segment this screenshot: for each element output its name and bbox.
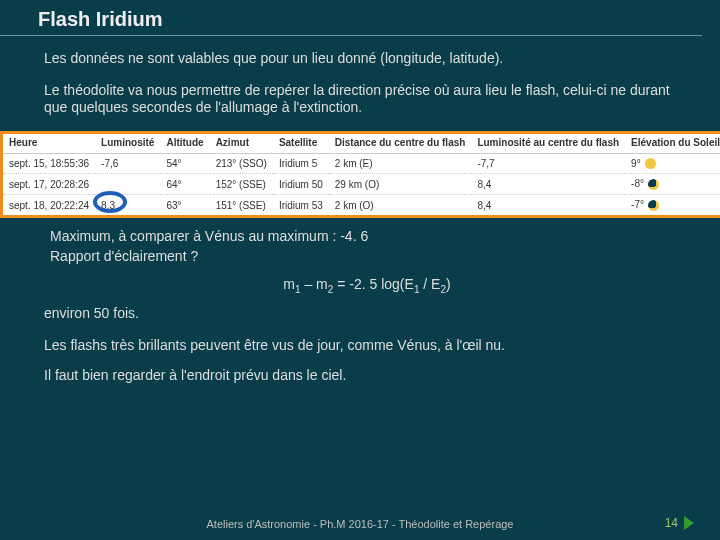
data-table-container: Heure Luminosité Altitude Azimut Satelli…	[0, 131, 720, 219]
f-end: )	[446, 276, 451, 292]
moon-icon	[648, 200, 659, 211]
cell-az: 151° (SSE)	[210, 195, 273, 215]
col-heure: Heure	[3, 134, 95, 154]
cell-alt: 64°	[160, 174, 209, 195]
rapport-line: Rapport d'éclairement ?	[50, 248, 684, 268]
col-alt: Altitude	[160, 134, 209, 154]
table-row: sept. 18, 20:22:24 8,3 63° 151° (SSE) Ir…	[3, 195, 720, 215]
cell-az: 213° (SSO)	[210, 153, 273, 174]
flashday-line: Les flashs très brillants peuvent être v…	[44, 325, 684, 357]
max-line: Maximum, à comparer à Vénus au maximum :…	[50, 228, 684, 248]
env50-line: environ 50 fois.	[44, 305, 684, 325]
highlight-circle	[93, 191, 127, 213]
cell-lum-highlighted: 8,3	[95, 195, 160, 215]
sun-icon	[645, 158, 656, 169]
cell-lumc: 8,4	[471, 195, 625, 215]
cell-heure: sept. 18, 20:22:24	[3, 195, 95, 215]
cell-sat: Iridium 5	[273, 153, 329, 174]
elev-value: -8°	[631, 178, 644, 189]
intro-paragraph-1: Les données ne sont valables que pour un…	[0, 50, 720, 82]
cell-alt: 63°	[160, 195, 209, 215]
flash-table: Heure Luminosité Altitude Azimut Satelli…	[3, 134, 720, 216]
f-div: / E	[419, 276, 440, 292]
intro-paragraph-2: Le théodolite va nous permettre de repér…	[0, 82, 720, 131]
elev-value: -7°	[631, 199, 644, 210]
f-eq: = -2. 5 log(E	[333, 276, 414, 292]
page-number: 14	[665, 516, 678, 530]
elev-value: 9°	[631, 158, 641, 169]
col-lum: Luminosité	[95, 134, 160, 154]
cell-heure: sept. 15, 18:55:36	[3, 153, 95, 174]
lookup-line: Il faut bien regarder à l'endroit prévu …	[44, 357, 684, 387]
page-number-area: 14	[665, 516, 694, 530]
col-az: Azimut	[210, 134, 273, 154]
cell-lumc: 8,4	[471, 174, 625, 195]
cell-dist: 2 km (E)	[329, 153, 472, 174]
col-dist: Distance du centre du flash	[329, 134, 472, 154]
footer-text: Ateliers d'Astronomie - Ph.M 2016-17 - T…	[0, 518, 720, 530]
slide-title: Flash Iridium	[0, 8, 702, 36]
next-arrow-icon[interactable]	[684, 516, 694, 530]
cell-elev: -8°	[625, 174, 720, 195]
f-mid: – m	[301, 276, 328, 292]
cell-heure: sept. 17, 20:28:26	[3, 174, 95, 195]
cell-elev: 9°	[625, 153, 720, 174]
col-elev: Elévation du Soleil	[625, 134, 720, 154]
cell-az: 152° (SSE)	[210, 174, 273, 195]
col-lumc: Luminosité au centre du flash	[471, 134, 625, 154]
col-sat: Satellite	[273, 134, 329, 154]
cell-dist: 2 km (O)	[329, 195, 472, 215]
f-m1: m	[283, 276, 295, 292]
cell-lumc: -7,7	[471, 153, 625, 174]
table-row: sept. 15, 18:55:36 -7,6 54° 213° (SSO) I…	[3, 153, 720, 174]
moon-icon	[648, 179, 659, 190]
cell-dist: 29 km (O)	[329, 174, 472, 195]
cell-lum: -7,6	[95, 153, 160, 174]
formula: m1 – m2 = -2. 5 log(E1 / E2)	[50, 268, 684, 305]
cell-alt: 54°	[160, 153, 209, 174]
cell-sat: Iridium 53	[273, 195, 329, 215]
cell-elev: -7°	[625, 195, 720, 215]
cell-sat: Iridium 50	[273, 174, 329, 195]
